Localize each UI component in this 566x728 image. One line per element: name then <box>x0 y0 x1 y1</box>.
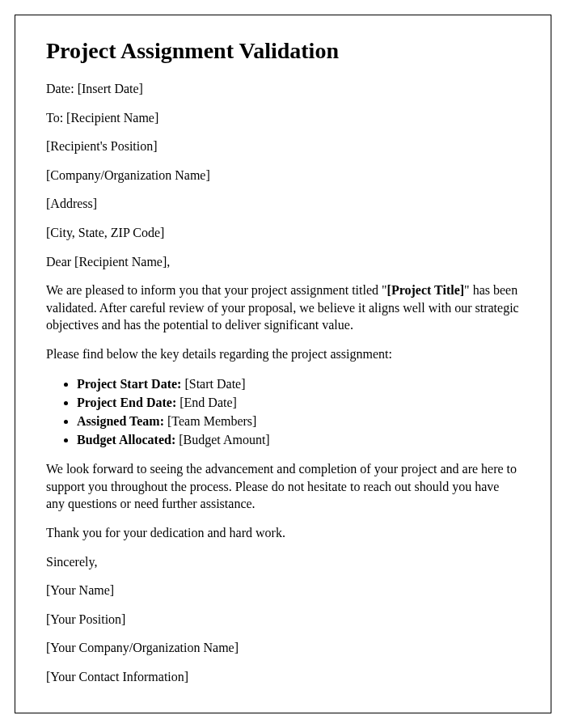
sender-position: [Your Position] <box>46 611 520 629</box>
detail-label: Budget Allocated: <box>77 433 175 447</box>
sender-company: [Your Company/Organization Name] <box>46 639 520 657</box>
detail-label: Project Start Date: <box>77 377 181 391</box>
paragraph-4: Thank you for your dedication and hard w… <box>46 524 520 542</box>
city-state-zip: [City, State, ZIP Code] <box>46 224 520 242</box>
list-item: Project Start Date: [Start Date] <box>77 375 520 393</box>
detail-value: [Team Members] <box>164 414 256 428</box>
date-label: Date: <box>46 82 78 95</box>
details-list: Project Start Date: [Start Date] Project… <box>77 375 520 450</box>
paragraph-1: We are pleased to inform you that your p… <box>46 281 520 334</box>
detail-value: [End Date] <box>176 396 237 409</box>
detail-label: Project End Date: <box>77 396 176 409</box>
date-value: [Insert Date] <box>78 82 143 95</box>
to-label: To: <box>46 111 66 125</box>
salutation-prefix: Dear <box>46 255 74 269</box>
to-line: To: [Recipient Name] <box>46 109 520 127</box>
list-item: Budget Allocated: [Budget Amount] <box>77 430 520 449</box>
to-value: [Recipient Name] <box>66 111 158 125</box>
list-item: Project End Date: [End Date] <box>77 393 520 412</box>
paragraph-2: Please find below the key details regard… <box>46 345 520 363</box>
paragraph-3: We look forward to seeing the advancemen… <box>46 460 520 513</box>
salutation: Dear [Recipient Name], <box>46 253 520 271</box>
detail-label: Assigned Team: <box>77 414 164 428</box>
recipient-position: [Recipient's Position] <box>46 138 520 155</box>
para1-a: We are pleased to inform you that your p… <box>46 283 387 297</box>
salutation-name: [Recipient Name] <box>74 255 167 269</box>
list-item: Assigned Team: [Team Members] <box>77 412 520 430</box>
sender-name: [Your Name] <box>46 582 520 599</box>
closing: Sincerely, <box>46 553 520 571</box>
project-title-bold: [Project Title] <box>387 283 465 297</box>
date-line: Date: [Insert Date] <box>46 80 520 98</box>
sender-contact: [Your Contact Information] <box>46 668 520 686</box>
company-name: [Company/Organization Name] <box>46 167 520 184</box>
document-container: Project Assignment Validation Date: [Ins… <box>15 15 551 713</box>
address: [Address] <box>46 195 520 213</box>
salutation-suffix: , <box>167 255 170 269</box>
detail-value: [Budget Amount] <box>175 433 269 447</box>
detail-value: [Start Date] <box>181 377 245 391</box>
page-title: Project Assignment Validation <box>46 38 520 64</box>
